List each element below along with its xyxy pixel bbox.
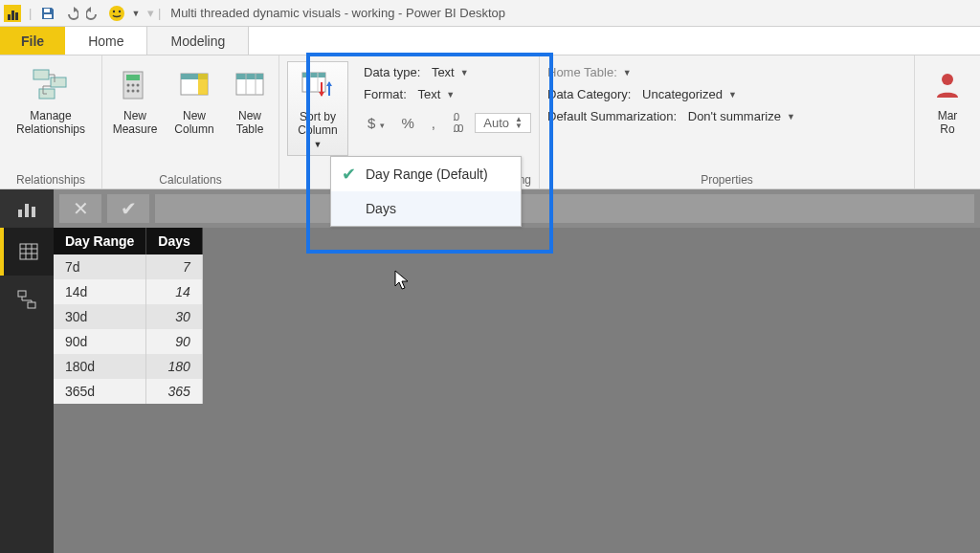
col-header-days[interactable]: Days <box>146 228 202 254</box>
decimals-auto-input[interactable]: Auto▲▼ <box>475 113 531 133</box>
app-logo-icon <box>4 5 21 22</box>
step-down-icon[interactable]: ▼ <box>515 122 523 129</box>
nav-data-view[interactable] <box>0 228 54 276</box>
data-category-dropdown[interactable]: Data Category: Uncategorized▼ <box>547 87 906 101</box>
dropdown-caret-icon: ▼ <box>314 140 323 149</box>
left-nav <box>0 228 54 553</box>
cell-day-range[interactable]: 365d <box>54 379 146 404</box>
nav-model-view[interactable] <box>0 276 54 323</box>
column-icon <box>174 65 214 105</box>
ribbon: Manage Relationships Relationships New M… <box>0 55 980 189</box>
save-icon[interactable] <box>39 5 56 22</box>
svg-point-27 <box>942 74 953 85</box>
cell-days[interactable]: 180 <box>146 354 202 379</box>
check-icon: ✔ <box>331 164 366 185</box>
cell-day-range[interactable]: 14d <box>54 279 146 304</box>
sort-menu-item-day-range[interactable]: ✔ Day Range (Default) <box>331 157 521 191</box>
cell-day-range[interactable]: 7d <box>54 254 146 279</box>
sort-by-column-button[interactable]: Sort by Column ▼ <box>287 61 348 156</box>
ribbon-group-security: Mar Ro <box>915 55 980 188</box>
percent-format-button[interactable]: % <box>398 113 418 133</box>
svg-point-2 <box>109 6 124 21</box>
cell-days[interactable]: 7 <box>146 254 202 279</box>
svg-rect-37 <box>28 302 35 308</box>
decimal-format-button[interactable]: .0.00 <box>449 109 465 136</box>
svg-rect-0 <box>44 9 50 12</box>
new-table-button[interactable]: New Table <box>229 61 271 136</box>
ribbon-group-calculations: New Measure New Column New Table Calcula… <box>102 55 279 188</box>
default-summarization-dropdown[interactable]: Default Summarization: Don't summarize▼ <box>547 109 906 123</box>
smiley-icon[interactable] <box>108 5 125 22</box>
svg-rect-29 <box>25 204 29 217</box>
table-row[interactable]: 7d7 <box>54 254 202 279</box>
new-measure-button[interactable]: New Measure <box>110 61 160 136</box>
svg-rect-36 <box>18 291 26 297</box>
cell-day-range[interactable]: 30d <box>54 304 146 329</box>
dropdown-caret-icon: ▼ <box>446 90 455 100</box>
cell-days[interactable]: 14 <box>146 279 202 304</box>
svg-rect-5 <box>33 70 49 79</box>
ribbon-tabs: File Home Modeling <box>0 27 980 55</box>
new-column-label: New Column <box>174 109 213 136</box>
table-row[interactable]: 365d365 <box>54 379 202 404</box>
svg-rect-18 <box>198 74 208 95</box>
cancel-formula-button[interactable]: ✕ <box>59 194 101 223</box>
svg-point-15 <box>137 90 140 93</box>
manage-roles-label: Mar Ro <box>938 109 958 136</box>
table-row[interactable]: 180d180 <box>54 354 202 379</box>
ribbon-group-properties: Home Table:▼ Data Category: Uncategorize… <box>540 55 915 188</box>
col-header-day-range[interactable]: Day Range <box>54 228 146 254</box>
table-row[interactable]: 90d90 <box>54 329 202 354</box>
table-icon <box>230 65 270 105</box>
group-label-calculations: Calculations <box>159 173 221 187</box>
new-column-button[interactable]: New Column <box>169 61 219 136</box>
nav-report-view[interactable] <box>0 189 54 228</box>
tab-modeling[interactable]: Modeling <box>146 27 249 55</box>
svg-point-12 <box>137 84 140 87</box>
formula-input[interactable] <box>155 194 974 223</box>
manage-relationships-label: Manage Relationships <box>16 109 85 136</box>
svg-rect-1 <box>44 14 52 18</box>
manage-relationships-button[interactable]: Manage Relationships <box>8 61 94 136</box>
cell-day-range[interactable]: 90d <box>54 329 146 354</box>
sort-by-column-label: Sort by Column ▼ <box>294 110 342 151</box>
window-title: Multi threaded dynamic visuals - working… <box>170 6 505 20</box>
cell-days[interactable]: 90 <box>146 329 202 354</box>
quick-access-toolbar: | ▼ ▾ | <box>4 5 163 22</box>
table-row[interactable]: 14d14 <box>54 279 202 304</box>
sort-icon <box>298 66 338 106</box>
svg-point-3 <box>113 10 115 11</box>
person-icon <box>927 65 968 105</box>
dropdown-caret-icon: ▼ <box>728 90 737 100</box>
main-area: Day Range Days 7d714d1430d3090d90180d180… <box>0 228 980 553</box>
svg-point-11 <box>132 84 135 87</box>
group-label-properties: Properties <box>701 173 753 187</box>
home-table-dropdown[interactable]: Home Table:▼ <box>547 65 906 79</box>
currency-format-button[interactable]: $ ▾ <box>364 113 389 133</box>
cell-day-range[interactable]: 180d <box>54 354 146 379</box>
svg-point-13 <box>127 90 130 93</box>
x-icon: ✕ <box>73 197 89 220</box>
tab-file[interactable]: File <box>0 27 65 55</box>
table-row[interactable]: 30d30 <box>54 304 202 329</box>
redo-icon[interactable] <box>85 5 102 22</box>
cursor-icon <box>394 270 412 291</box>
check-icon: ✔ <box>121 197 137 220</box>
sort-menu-item-days[interactable]: Days <box>331 191 521 226</box>
tab-home[interactable]: Home <box>65 27 146 55</box>
group-label-relationships: Relationships <box>16 173 85 187</box>
data-type-dropdown[interactable]: Data type: Text▼ <box>364 65 531 79</box>
manage-roles-button[interactable]: Mar Ro <box>923 61 972 136</box>
cell-days[interactable]: 365 <box>146 379 202 404</box>
dropdown-caret-icon[interactable]: ▼ <box>131 9 140 18</box>
accept-formula-button[interactable]: ✔ <box>107 194 149 223</box>
comma-format-button[interactable]: , <box>428 113 439 133</box>
cell-days[interactable]: 30 <box>146 304 202 329</box>
data-canvas: Day Range Days 7d714d1430d3090d90180d180… <box>54 228 980 553</box>
dropdown-caret-icon: ▼ <box>787 112 795 122</box>
undo-icon[interactable] <box>62 5 79 22</box>
measure-icon <box>115 65 155 105</box>
new-table-label: New Table <box>236 109 264 136</box>
format-dropdown[interactable]: Format: Text▼ <box>364 87 531 101</box>
title-bar: | ▼ ▾ | Multi threaded dynamic visuals -… <box>0 0 980 27</box>
